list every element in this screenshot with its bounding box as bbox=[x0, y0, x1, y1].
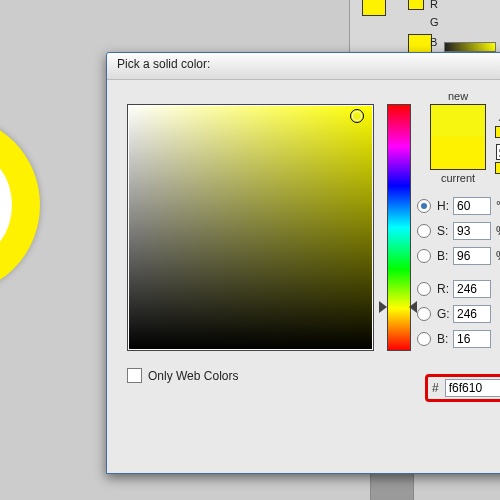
preview-swatch[interactable] bbox=[430, 104, 486, 170]
sv-cursor bbox=[350, 109, 364, 123]
row-b: B: % bbox=[417, 245, 500, 267]
input-g[interactable] bbox=[453, 305, 491, 323]
row-h: H: ° bbox=[417, 195, 500, 217]
color-value-fields: H: ° S: % B: % R: bbox=[417, 195, 500, 353]
websafe-nearest-swatch[interactable] bbox=[495, 162, 500, 174]
radio-s[interactable] bbox=[417, 224, 431, 238]
dialog-title: Pick a solid color: bbox=[117, 57, 210, 71]
hex-prefix: # bbox=[432, 381, 439, 395]
input-b[interactable] bbox=[453, 247, 491, 265]
component-label-b: B bbox=[430, 36, 437, 48]
only-web-colors[interactable]: Only Web Colors bbox=[127, 368, 238, 383]
label-h: H: bbox=[437, 200, 453, 212]
websafe-warning-icon[interactable] bbox=[496, 144, 500, 160]
label-b: B: bbox=[437, 250, 453, 262]
only-web-colors-label: Only Web Colors bbox=[148, 369, 238, 383]
row-r: R: bbox=[417, 278, 500, 300]
preview-current-label: current bbox=[425, 172, 491, 184]
input-s[interactable] bbox=[453, 222, 491, 240]
foreground-swatch[interactable] bbox=[362, 0, 386, 16]
label-s: S: bbox=[437, 225, 453, 237]
label-r: R: bbox=[437, 283, 453, 295]
only-web-colors-checkbox[interactable] bbox=[127, 368, 142, 383]
preview-new-color bbox=[431, 105, 485, 137]
mini-swatch[interactable] bbox=[408, 0, 424, 10]
radio-r[interactable] bbox=[417, 282, 431, 296]
gamut-nearest-swatch[interactable] bbox=[495, 126, 500, 138]
unit-b: % bbox=[496, 250, 500, 262]
hex-field-highlighted: # bbox=[425, 374, 500, 402]
gamut-warning-column: ⚠ bbox=[495, 108, 500, 180]
label-bl: B: bbox=[437, 333, 453, 345]
row-bl: B: bbox=[417, 328, 500, 350]
radio-h[interactable] bbox=[417, 199, 431, 213]
radio-g[interactable] bbox=[417, 307, 431, 321]
input-bl[interactable] bbox=[453, 330, 491, 348]
preview-new-label: new bbox=[425, 90, 491, 102]
unit-h: ° bbox=[496, 200, 500, 212]
input-r[interactable] bbox=[453, 280, 491, 298]
component-label-g: G bbox=[430, 16, 439, 28]
radio-bl[interactable] bbox=[417, 332, 431, 346]
component-slider[interactable] bbox=[444, 42, 496, 52]
row-g: G: bbox=[417, 303, 500, 325]
row-s: S: % bbox=[417, 220, 500, 242]
color-preview: new current bbox=[425, 90, 491, 184]
background-shape bbox=[0, 115, 40, 295]
preview-current-color bbox=[431, 137, 485, 169]
component-label-r: R bbox=[430, 0, 438, 10]
radio-b[interactable] bbox=[417, 249, 431, 263]
unit-s: % bbox=[496, 225, 500, 237]
color-picker-dialog: Pick a solid color: new current ⚠ H: bbox=[106, 52, 500, 474]
hex-input[interactable] bbox=[445, 379, 500, 397]
input-h[interactable] bbox=[453, 197, 491, 215]
label-g: G: bbox=[437, 308, 453, 320]
hue-slider[interactable] bbox=[387, 104, 411, 351]
gamut-warning-icon[interactable]: ⚠ bbox=[495, 108, 500, 124]
dialog-titlebar[interactable]: Pick a solid color: bbox=[107, 53, 500, 80]
saturation-value-field[interactable] bbox=[127, 104, 374, 351]
